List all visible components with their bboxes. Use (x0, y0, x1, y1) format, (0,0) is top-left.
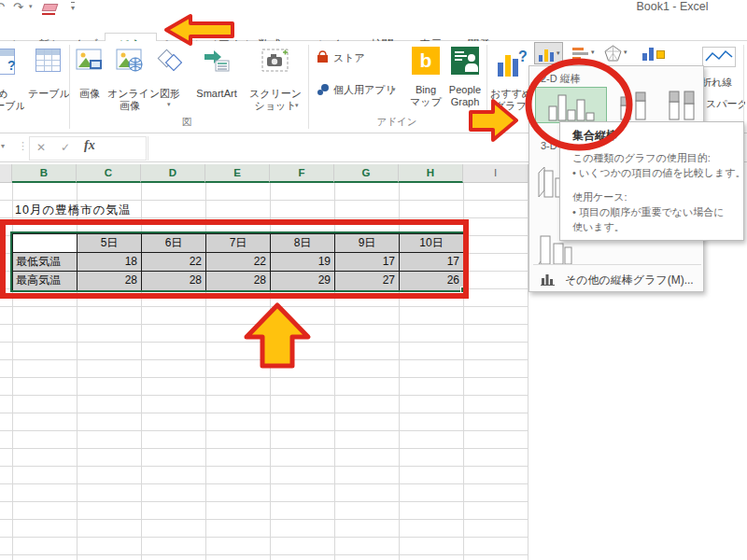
insert-column-chart-button[interactable]: ▾ (534, 42, 563, 64)
cancel-button[interactable]: ✕ (36, 141, 46, 154)
column-header-e[interactable]: E (205, 164, 270, 183)
column-header-c[interactable]: C (77, 164, 141, 183)
stacked-100-column-option[interactable] (662, 89, 703, 122)
table-value-cell[interactable]: 17 (335, 253, 400, 272)
store-button[interactable]: ストア (314, 49, 379, 69)
column-header-i[interactable]: I (463, 164, 529, 183)
table-value-cell[interactable]: 18 (78, 253, 142, 272)
question-mark: ? (7, 58, 16, 73)
table-icon (35, 49, 61, 72)
eraser-icon[interactable] (42, 4, 59, 11)
table-row-label[interactable]: 最高気温 (13, 272, 78, 290)
group-label-sparklines: スパークライン (706, 98, 745, 110)
table-header-cell[interactable]: 7日 (206, 234, 271, 253)
table-value-cell[interactable]: 17 (400, 253, 463, 272)
insert-radar-chart-button[interactable]: ▾ (602, 42, 631, 64)
undo-icon[interactable]: ↶ (0, 0, 5, 14)
pictures-button[interactable]: 画像 (73, 47, 106, 114)
tooltip-usecase-heading: 使用ケース: (572, 190, 627, 204)
redo-dropdown-icon[interactable]: ▾ (29, 3, 33, 10)
excel-window: ↶ ↷ ▾ ▾ Book1 - Excel ホーム 新しいタブ 挿入 ページレイ… (0, 0, 747, 560)
my-apps-button[interactable]: 個人用アプリ ▾ (314, 80, 396, 101)
table-header-cell[interactable]: 6日 (142, 234, 206, 253)
table-value-cell[interactable]: 27 (335, 272, 400, 290)
shapes-icon (157, 49, 183, 73)
column-header-d[interactable]: D (141, 164, 205, 183)
column-header-b[interactable]: B (12, 164, 77, 183)
column-header-a-sliver[interactable] (0, 164, 12, 183)
table-header-cell[interactable]: 8日 (271, 234, 335, 253)
sheet-caption-cell[interactable]: 10月の豊橋市の気温 (15, 203, 132, 218)
column-header-g[interactable]: G (334, 164, 399, 183)
bing-maps-icon: b (412, 47, 440, 75)
tooltip-usecase-item2: 使います。 (572, 220, 625, 234)
table-value-cell[interactable]: 22 (142, 253, 206, 272)
menu-separator (533, 264, 701, 265)
bar-chart-dropdown-icon: ▾ (591, 49, 595, 56)
column-header-h[interactable]: H (399, 164, 463, 183)
radar-chart-icon (604, 45, 622, 62)
people-graph-button[interactable]: People Graph (445, 45, 485, 119)
online-pictures-icon (116, 49, 144, 73)
table-row-label[interactable]: 最低気温 (13, 253, 78, 272)
more-column-charts-icon (541, 273, 556, 286)
recommended-pivottables-button[interactable]: ? おすすめ ピボットテーブル (0, 47, 25, 114)
recommended-charts-button[interactable]: ? おすすめ グラフ (490, 45, 531, 121)
tab-bar: ホーム 新しいタブ 挿入 ページレイアウト 数式 データ 校閲 表示 開発 (0, 16, 747, 41)
eraser-underline (42, 13, 55, 15)
shapes-dropdown-icon: ▾ (167, 101, 171, 108)
group-label-illustrations: 図 (140, 116, 233, 129)
table-corner-cell[interactable] (13, 234, 78, 253)
table-value-cell[interactable]: 28 (206, 272, 271, 290)
window-title: Book1 - Excel (598, 0, 747, 13)
stacked-column-option[interactable] (613, 89, 655, 122)
recommended-charts-icon: ? (497, 49, 527, 80)
table-button[interactable]: テーブル (28, 47, 67, 114)
tooltip-purpose-heading: この種類のグラフの使用目的: (572, 151, 711, 165)
table-value-cell[interactable]: 22 (206, 253, 271, 272)
table-value-cell[interactable]: 28 (78, 272, 142, 290)
shapes-button[interactable]: 図形 ▾ (153, 47, 187, 121)
radar-chart-dropdown-icon: ▾ (624, 49, 627, 56)
clustered-column-tooltip: 集合縦棒 この種類のグラフの使用目的: • いくつかの項目の値を比較します。 使… (559, 121, 744, 241)
clustered-column-option[interactable] (535, 87, 607, 123)
selection-fill-handle[interactable] (460, 287, 467, 293)
my-apps-dropdown-icon: ▾ (392, 86, 396, 93)
smartart-icon (203, 49, 231, 73)
menu-section-2d: 2-D 縦棒 (541, 72, 581, 86)
sparkline-line-button[interactable]: 折れ線 (698, 43, 740, 101)
insert-bar-chart-button[interactable]: ▾ (570, 42, 599, 64)
table-value-cell[interactable]: 28 (142, 272, 206, 290)
qat-customize-icon[interactable]: ▾ (71, 2, 75, 12)
name-box-dropdown-icon[interactable]: ▾ (1, 142, 5, 150)
redo-icon[interactable]: ↷ (13, 0, 23, 14)
table-header-cell[interactable]: 5日 (78, 234, 142, 253)
table-header-cell[interactable]: 10日 (400, 234, 463, 253)
column-header-f[interactable]: F (270, 164, 334, 183)
data-table: 5日 6日 7日 8日 9日 10日 最低気温 18 22 22 19 17 1… (12, 233, 464, 290)
my-apps-icon (316, 83, 330, 97)
enter-button[interactable]: ✓ (61, 141, 70, 154)
bing-maps-button[interactable]: b Bing マップ (408, 45, 444, 119)
store-icon (316, 50, 330, 64)
table-value-cell[interactable]: 19 (271, 253, 335, 272)
table-header-cell[interactable]: 9日 (335, 234, 400, 253)
quick-access-toolbar: ↶ ↷ ▾ ▾ (0, 0, 112, 15)
insert-combo-chart-button[interactable] (639, 42, 670, 64)
screenshot-icon (261, 49, 289, 73)
column-chart-dropdown-icon: ▾ (557, 49, 560, 57)
svg-text:?: ? (518, 49, 527, 64)
tooltip-title: 集合縦棒 (572, 128, 617, 144)
screenshot-button[interactable]: スクリーン ショット ▾ (247, 47, 304, 121)
smartart-button[interactable]: SmartArt (189, 47, 245, 114)
sparkline-line-icon (702, 47, 736, 67)
insert-function-button[interactable]: fx (84, 138, 95, 153)
table-value-cell[interactable]: 26 (400, 272, 463, 290)
more-column-charts-item[interactable]: その他の縦棒グラフ(M)... (531, 269, 703, 290)
picture-icon (76, 49, 104, 73)
online-pictures-button[interactable]: オンライン 画像 (107, 47, 152, 121)
formula-bar-splitter[interactable]: ⋮ (18, 140, 28, 152)
column-header-strip: B C D E F G H I (0, 164, 529, 183)
table-value-cell[interactable]: 29 (271, 272, 335, 290)
tooltip-purpose-item: • いくつかの項目の値を比較します。 (572, 166, 746, 180)
